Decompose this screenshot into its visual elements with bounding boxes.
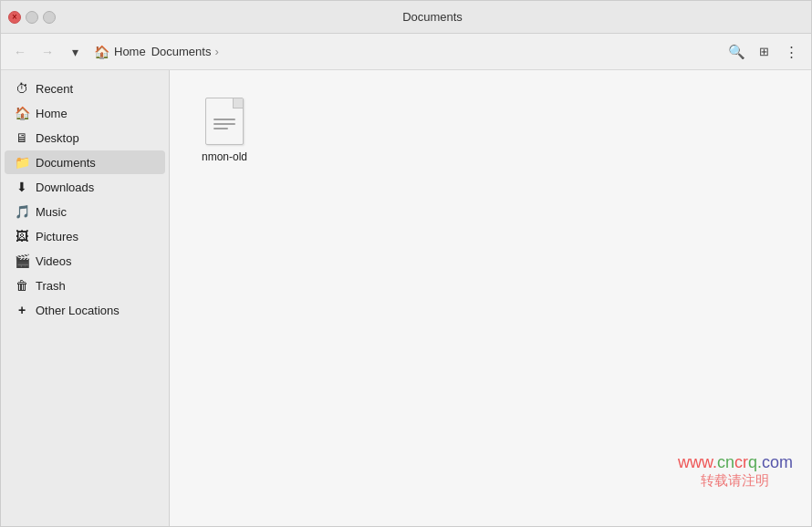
sidebar-item-home[interactable]: 🏠 Home — [5, 101, 165, 125]
breadcrumb: 🏠 Home Documents › — [94, 43, 220, 60]
grid-view-button[interactable]: ⊞ — [751, 39, 776, 65]
window-controls — [8, 11, 56, 24]
forward-icon: → — [41, 45, 54, 59]
menu-dropdown-button[interactable]: ▾ — [63, 40, 87, 64]
file-line-1 — [213, 119, 235, 120]
sidebar-item-recent[interactable]: ⏱ Recent — [5, 77, 165, 100]
trash-icon: 🗑 — [14, 278, 30, 293]
sidebar-label-downloads: Downloads — [36, 181, 94, 194]
main-content: ⏱ Recent 🏠 Home 🖥 Desktop 📁 Documents ⬇ … — [1, 70, 811, 526]
watermark: www.cncrq.com 转载请注明 — [678, 453, 793, 490]
sidebar-label-trash: Trash — [36, 279, 66, 293]
toolbar: ← → ▾ 🏠 Home Documents › 🔍 ⊞ ⋮ — [1, 34, 811, 70]
chevron-down-icon: ▾ — [72, 45, 78, 59]
watermark-cn: cn — [717, 453, 734, 471]
sidebar-label-desktop: Desktop — [36, 131, 79, 145]
watermark-line2: 转载请注明 — [678, 472, 793, 490]
home-icon: 🏠 — [94, 45, 109, 59]
sidebar-label-home: Home — [36, 107, 68, 120]
sidebar-label-pictures: Pictures — [36, 230, 78, 243]
sidebar-label-recent: Recent — [36, 82, 73, 96]
watermark-text: 转载请注明 — [701, 472, 769, 488]
sidebar-item-trash[interactable]: 🗑 Trash — [5, 274, 165, 297]
forward-button[interactable]: → — [36, 40, 59, 64]
sidebar-label-other-locations: Other Locations — [36, 304, 120, 317]
home-icon: 🏠 — [14, 106, 30, 120]
toolbar-actions: 🔍 ⊞ ⋮ — [724, 39, 804, 65]
search-button[interactable]: 🔍 — [724, 39, 749, 65]
back-icon: ← — [14, 45, 26, 59]
watermark-com: com — [762, 453, 793, 471]
watermark-line1: www.cncrq.com — [678, 453, 793, 472]
sidebar: ⏱ Recent 🏠 Home 🖥 Desktop 📁 Documents ⬇ … — [1, 70, 170, 526]
pictures-icon: 🖼 — [14, 229, 30, 243]
window-title: Documents — [61, 10, 804, 24]
music-icon: 🎵 — [14, 204, 30, 219]
other-locations-icon: + — [14, 303, 30, 317]
sidebar-item-videos[interactable]: 🎬 Videos — [5, 249, 165, 273]
titlebar: Documents — [1, 1, 811, 34]
search-icon: 🔍 — [728, 44, 745, 60]
documents-icon: 📁 — [14, 155, 30, 170]
breadcrumb-arrow: › — [213, 45, 219, 58]
breadcrumb-documents[interactable]: Documents — [149, 43, 214, 60]
sidebar-label-music: Music — [36, 205, 67, 219]
file-line-3 — [213, 128, 228, 129]
maximize-button[interactable] — [43, 11, 56, 24]
sidebar-item-desktop[interactable]: 🖥 Desktop — [5, 126, 165, 150]
sidebar-item-downloads[interactable]: ⬇ Downloads — [5, 175, 165, 199]
breadcrumb-home[interactable]: Home — [111, 43, 149, 60]
watermark-cr: cr — [734, 453, 748, 471]
downloads-icon: ⬇ — [14, 180, 30, 194]
sidebar-label-videos: Videos — [36, 254, 72, 268]
back-button[interactable]: ← — [8, 40, 32, 64]
watermark-q: q. — [748, 453, 762, 471]
close-button[interactable] — [8, 11, 21, 24]
file-manager-window: Documents ← → ▾ 🏠 Home Documents › 🔍 ⊞ — [0, 0, 812, 527]
file-item-nmon-old[interactable]: nmon-old — [188, 88, 261, 172]
file-page-icon — [205, 98, 244, 145]
sidebar-label-documents: Documents — [36, 156, 96, 170]
file-grid: nmon-old — [188, 88, 793, 172]
videos-icon: 🎬 — [14, 253, 30, 268]
desktop-icon: 🖥 — [14, 130, 30, 145]
kebab-menu-icon: ⋮ — [785, 44, 798, 60]
sidebar-item-music[interactable]: 🎵 Music — [5, 200, 165, 223]
file-name-nmon-old: nmon-old — [202, 150, 247, 165]
sidebar-item-other-locations[interactable]: + Other Locations — [5, 298, 165, 322]
minimize-button[interactable] — [26, 11, 38, 24]
sidebar-item-pictures[interactable]: 🖼 Pictures — [5, 224, 165, 248]
watermark-www: www. — [678, 453, 717, 471]
more-options-button[interactable]: ⋮ — [778, 39, 804, 65]
file-icon — [203, 96, 246, 147]
file-line-2 — [213, 123, 235, 125]
sidebar-item-documents[interactable]: 📁 Documents — [5, 150, 165, 174]
recent-icon: ⏱ — [14, 81, 30, 96]
grid-icon: ⊞ — [759, 45, 769, 58]
file-area: nmon-old www.cncrq.com 转载请注明 — [170, 70, 811, 526]
file-lines — [213, 119, 235, 129]
